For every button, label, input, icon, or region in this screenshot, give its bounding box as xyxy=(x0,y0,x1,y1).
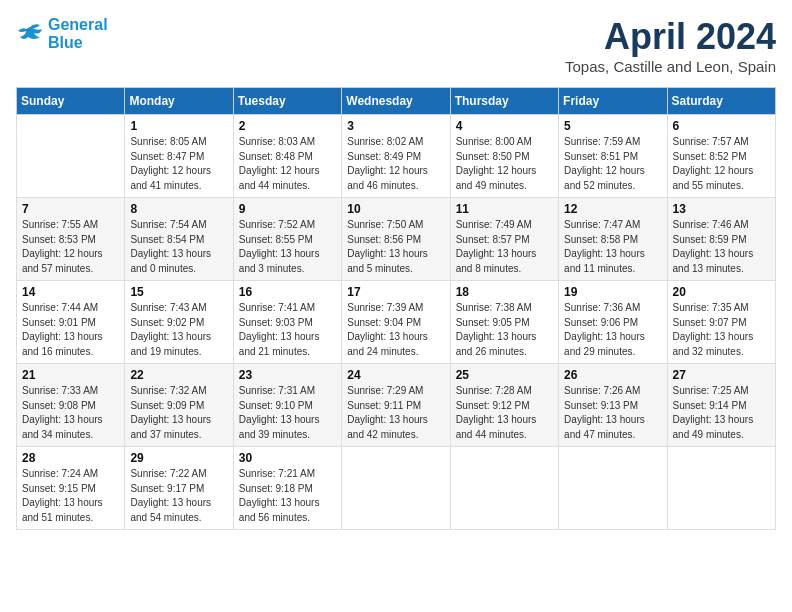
day-info: Sunrise: 7:55 AMSunset: 8:53 PMDaylight:… xyxy=(22,218,119,276)
calendar-cell: 30Sunrise: 7:21 AMSunset: 9:18 PMDayligh… xyxy=(233,447,341,530)
calendar-cell: 29Sunrise: 7:22 AMSunset: 9:17 PMDayligh… xyxy=(125,447,233,530)
day-info: Sunrise: 7:21 AMSunset: 9:18 PMDaylight:… xyxy=(239,467,336,525)
calendar-cell: 26Sunrise: 7:26 AMSunset: 9:13 PMDayligh… xyxy=(559,364,667,447)
day-info: Sunrise: 7:22 AMSunset: 9:17 PMDaylight:… xyxy=(130,467,227,525)
calendar-cell xyxy=(342,447,450,530)
day-number: 7 xyxy=(22,202,119,216)
calendar-cell: 21Sunrise: 7:33 AMSunset: 9:08 PMDayligh… xyxy=(17,364,125,447)
calendar-cell: 1Sunrise: 8:05 AMSunset: 8:47 PMDaylight… xyxy=(125,115,233,198)
calendar-cell: 2Sunrise: 8:03 AMSunset: 8:48 PMDaylight… xyxy=(233,115,341,198)
day-number: 24 xyxy=(347,368,444,382)
logo-bird-icon xyxy=(16,23,44,45)
weekday-header: Wednesday xyxy=(342,88,450,115)
calendar-cell: 8Sunrise: 7:54 AMSunset: 8:54 PMDaylight… xyxy=(125,198,233,281)
calendar-cell xyxy=(450,447,558,530)
day-number: 5 xyxy=(564,119,661,133)
weekday-header: Tuesday xyxy=(233,88,341,115)
day-number: 19 xyxy=(564,285,661,299)
calendar-cell: 10Sunrise: 7:50 AMSunset: 8:56 PMDayligh… xyxy=(342,198,450,281)
calendar-cell: 20Sunrise: 7:35 AMSunset: 9:07 PMDayligh… xyxy=(667,281,775,364)
day-info: Sunrise: 7:47 AMSunset: 8:58 PMDaylight:… xyxy=(564,218,661,276)
logo-text: General Blue xyxy=(48,16,108,51)
day-number: 2 xyxy=(239,119,336,133)
logo: General Blue xyxy=(16,16,108,51)
weekday-header: Saturday xyxy=(667,88,775,115)
day-info: Sunrise: 8:02 AMSunset: 8:49 PMDaylight:… xyxy=(347,135,444,193)
day-info: Sunrise: 7:54 AMSunset: 8:54 PMDaylight:… xyxy=(130,218,227,276)
day-info: Sunrise: 7:50 AMSunset: 8:56 PMDaylight:… xyxy=(347,218,444,276)
calendar-cell: 23Sunrise: 7:31 AMSunset: 9:10 PMDayligh… xyxy=(233,364,341,447)
day-info: Sunrise: 7:49 AMSunset: 8:57 PMDaylight:… xyxy=(456,218,553,276)
day-info: Sunrise: 7:52 AMSunset: 8:55 PMDaylight:… xyxy=(239,218,336,276)
calendar-week-row: 7Sunrise: 7:55 AMSunset: 8:53 PMDaylight… xyxy=(17,198,776,281)
calendar-cell: 24Sunrise: 7:29 AMSunset: 9:11 PMDayligh… xyxy=(342,364,450,447)
month-title: April 2024 xyxy=(565,16,776,58)
calendar-cell: 5Sunrise: 7:59 AMSunset: 8:51 PMDaylight… xyxy=(559,115,667,198)
day-info: Sunrise: 7:31 AMSunset: 9:10 PMDaylight:… xyxy=(239,384,336,442)
day-info: Sunrise: 7:46 AMSunset: 8:59 PMDaylight:… xyxy=(673,218,770,276)
calendar-cell xyxy=(17,115,125,198)
calendar-cell: 7Sunrise: 7:55 AMSunset: 8:53 PMDaylight… xyxy=(17,198,125,281)
day-number: 4 xyxy=(456,119,553,133)
day-info: Sunrise: 7:39 AMSunset: 9:04 PMDaylight:… xyxy=(347,301,444,359)
calendar-cell: 27Sunrise: 7:25 AMSunset: 9:14 PMDayligh… xyxy=(667,364,775,447)
location: Topas, Castille and Leon, Spain xyxy=(565,58,776,75)
day-number: 23 xyxy=(239,368,336,382)
day-number: 9 xyxy=(239,202,336,216)
day-info: Sunrise: 7:26 AMSunset: 9:13 PMDaylight:… xyxy=(564,384,661,442)
day-info: Sunrise: 7:59 AMSunset: 8:51 PMDaylight:… xyxy=(564,135,661,193)
day-number: 20 xyxy=(673,285,770,299)
weekday-header: Friday xyxy=(559,88,667,115)
day-number: 21 xyxy=(22,368,119,382)
calendar-cell: 4Sunrise: 8:00 AMSunset: 8:50 PMDaylight… xyxy=(450,115,558,198)
calendar-cell: 12Sunrise: 7:47 AMSunset: 8:58 PMDayligh… xyxy=(559,198,667,281)
day-info: Sunrise: 7:35 AMSunset: 9:07 PMDaylight:… xyxy=(673,301,770,359)
day-info: Sunrise: 8:00 AMSunset: 8:50 PMDaylight:… xyxy=(456,135,553,193)
day-number: 13 xyxy=(673,202,770,216)
day-number: 17 xyxy=(347,285,444,299)
day-info: Sunrise: 7:38 AMSunset: 9:05 PMDaylight:… xyxy=(456,301,553,359)
calendar-cell: 19Sunrise: 7:36 AMSunset: 9:06 PMDayligh… xyxy=(559,281,667,364)
day-number: 11 xyxy=(456,202,553,216)
page-header: General Blue April 2024 Topas, Castille … xyxy=(16,16,776,75)
day-info: Sunrise: 7:29 AMSunset: 9:11 PMDaylight:… xyxy=(347,384,444,442)
title-block: April 2024 Topas, Castille and Leon, Spa… xyxy=(565,16,776,75)
day-number: 28 xyxy=(22,451,119,465)
calendar-week-row: 21Sunrise: 7:33 AMSunset: 9:08 PMDayligh… xyxy=(17,364,776,447)
calendar-cell: 17Sunrise: 7:39 AMSunset: 9:04 PMDayligh… xyxy=(342,281,450,364)
day-info: Sunrise: 8:05 AMSunset: 8:47 PMDaylight:… xyxy=(130,135,227,193)
calendar-week-row: 14Sunrise: 7:44 AMSunset: 9:01 PMDayligh… xyxy=(17,281,776,364)
day-number: 8 xyxy=(130,202,227,216)
weekday-header-row: SundayMondayTuesdayWednesdayThursdayFrid… xyxy=(17,88,776,115)
calendar-cell: 18Sunrise: 7:38 AMSunset: 9:05 PMDayligh… xyxy=(450,281,558,364)
calendar-cell xyxy=(667,447,775,530)
calendar-cell: 6Sunrise: 7:57 AMSunset: 8:52 PMDaylight… xyxy=(667,115,775,198)
day-info: Sunrise: 7:41 AMSunset: 9:03 PMDaylight:… xyxy=(239,301,336,359)
day-number: 12 xyxy=(564,202,661,216)
day-number: 27 xyxy=(673,368,770,382)
day-info: Sunrise: 7:33 AMSunset: 9:08 PMDaylight:… xyxy=(22,384,119,442)
weekday-header: Thursday xyxy=(450,88,558,115)
calendar-cell: 15Sunrise: 7:43 AMSunset: 9:02 PMDayligh… xyxy=(125,281,233,364)
calendar-table: SundayMondayTuesdayWednesdayThursdayFrid… xyxy=(16,87,776,530)
day-number: 26 xyxy=(564,368,661,382)
calendar-cell: 28Sunrise: 7:24 AMSunset: 9:15 PMDayligh… xyxy=(17,447,125,530)
day-info: Sunrise: 7:32 AMSunset: 9:09 PMDaylight:… xyxy=(130,384,227,442)
calendar-cell xyxy=(559,447,667,530)
day-number: 3 xyxy=(347,119,444,133)
day-number: 29 xyxy=(130,451,227,465)
calendar-week-row: 1Sunrise: 8:05 AMSunset: 8:47 PMDaylight… xyxy=(17,115,776,198)
calendar-cell: 14Sunrise: 7:44 AMSunset: 9:01 PMDayligh… xyxy=(17,281,125,364)
day-info: Sunrise: 7:28 AMSunset: 9:12 PMDaylight:… xyxy=(456,384,553,442)
day-info: Sunrise: 8:03 AMSunset: 8:48 PMDaylight:… xyxy=(239,135,336,193)
day-info: Sunrise: 7:44 AMSunset: 9:01 PMDaylight:… xyxy=(22,301,119,359)
calendar-cell: 22Sunrise: 7:32 AMSunset: 9:09 PMDayligh… xyxy=(125,364,233,447)
weekday-header: Monday xyxy=(125,88,233,115)
day-info: Sunrise: 7:25 AMSunset: 9:14 PMDaylight:… xyxy=(673,384,770,442)
day-info: Sunrise: 7:57 AMSunset: 8:52 PMDaylight:… xyxy=(673,135,770,193)
weekday-header: Sunday xyxy=(17,88,125,115)
calendar-cell: 16Sunrise: 7:41 AMSunset: 9:03 PMDayligh… xyxy=(233,281,341,364)
calendar-cell: 25Sunrise: 7:28 AMSunset: 9:12 PMDayligh… xyxy=(450,364,558,447)
day-info: Sunrise: 7:24 AMSunset: 9:15 PMDaylight:… xyxy=(22,467,119,525)
day-info: Sunrise: 7:43 AMSunset: 9:02 PMDaylight:… xyxy=(130,301,227,359)
